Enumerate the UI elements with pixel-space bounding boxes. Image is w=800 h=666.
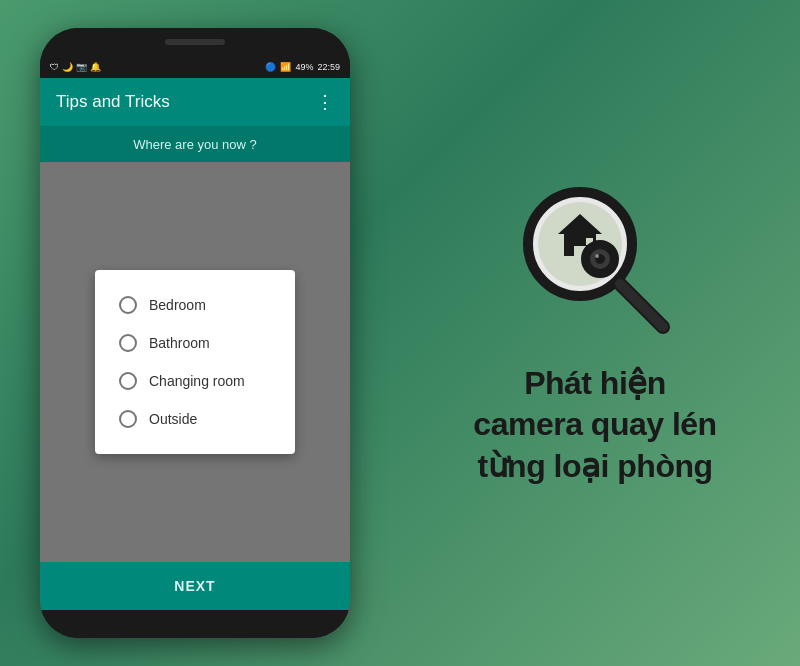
right-panel: Phát hiện camera quay lén từng loại phòn… [390,0,800,666]
next-button[interactable]: NEXT [174,578,215,594]
radio-circle-outside [119,410,137,428]
svg-point-9 [595,254,599,258]
radio-label-changing: Changing room [149,373,245,389]
app-title: Tips and Tricks [56,92,316,112]
radio-bedroom[interactable]: Bedroom [119,286,271,324]
radio-circle-changing [119,372,137,390]
app-screen: Tips and Tricks ⋮ Where are you now ? Be… [40,78,350,610]
radio-changing-room[interactable]: Changing room [119,362,271,400]
moon-icon: 🌙 [62,62,73,72]
promo-text-block: Phát hiện camera quay lén từng loại phòn… [473,363,716,488]
main-content: Bedroom Bathroom Changing room Outside [40,162,350,562]
phone-frame: 🛡 🌙 📷 🔔 🔵 📶 49% 22:59 Tips and Tricks ⋮ … [40,28,350,638]
shield-icon: 🛡 [50,62,59,72]
phone-top [40,28,350,56]
time-display: 22:59 [317,62,340,72]
bluetooth-icon: 🔵 [265,62,276,72]
subtitle-text: Where are you now ? [133,137,257,152]
subtitle-bar: Where are you now ? [40,126,350,162]
more-vert-icon[interactable]: ⋮ [316,91,334,113]
battery-text: 49% [295,62,313,72]
status-right-icons: 🔵 📶 49% 22:59 [265,62,340,72]
radio-label-bathroom: Bathroom [149,335,210,351]
app-toolbar: Tips and Tricks ⋮ [40,78,350,126]
phone-speaker [165,39,225,45]
status-bar: 🛡 🌙 📷 🔔 🔵 📶 49% 22:59 [40,56,350,78]
bottom-bar: NEXT [40,562,350,610]
phone-bottom [40,610,350,638]
radio-outside[interactable]: Outside [119,400,271,438]
phone-mockup: 🛡 🌙 📷 🔔 🔵 📶 49% 22:59 Tips and Tricks ⋮ … [0,0,390,666]
camera-icon: 📷 [76,62,87,72]
wifi-icon: 📶 [280,62,291,72]
svg-line-11 [620,284,663,327]
radio-circle-bathroom [119,334,137,352]
promo-line-1: Phát hiện [473,363,716,405]
location-dialog: Bedroom Bathroom Changing room Outside [95,270,295,454]
promo-line-3: từng loại phòng [473,446,716,488]
radio-circle-bedroom [119,296,137,314]
magnifier-icon [515,179,675,339]
radio-bathroom[interactable]: Bathroom [119,324,271,362]
radio-label-outside: Outside [149,411,197,427]
notification-icon: 🔔 [90,62,101,72]
status-left-icons: 🛡 🌙 📷 🔔 [50,62,101,72]
radio-label-bedroom: Bedroom [149,297,206,313]
promo-line-2: camera quay lén [473,404,716,446]
